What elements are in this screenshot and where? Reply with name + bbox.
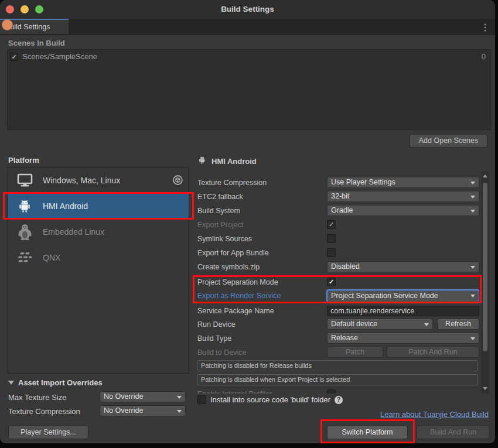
- row-export-render-service: Export as Render Service Project Separat…: [197, 289, 479, 302]
- asset-import-overrides-header[interactable]: Asset Import Overrides: [18, 378, 103, 387]
- platform-item-hmi-android[interactable]: HMI Android: [8, 193, 189, 219]
- help-icon[interactable]: ?: [335, 396, 343, 404]
- row-etc2-fallback: ETC2 fallback 32-bit: [197, 191, 479, 202]
- row-texture-compression: Texture Compression Use Player Settings: [197, 177, 479, 188]
- scroll-down-icon[interactable]: [483, 387, 487, 390]
- build-settings-window: Build Settings Build Settings ⋮ Scenes I…: [0, 0, 495, 443]
- scene-name: Scenes/SampleScene: [22, 52, 97, 61]
- setting-label: Service Package Name: [197, 307, 274, 315]
- window-title: Build Settings: [0, 0, 495, 19]
- help-box-export-project: Patching is disabled when Export Project…: [197, 374, 478, 385]
- player-settings-button[interactable]: Player Settings...: [8, 426, 88, 439]
- create-symbols-dropdown[interactable]: Disabled: [327, 261, 479, 272]
- project-separation-mode-checkbox[interactable]: ✓: [327, 278, 336, 286]
- help-box-release: Patching is disabled for Release builds: [197, 360, 478, 371]
- unity-installed-badge-icon: [173, 175, 183, 187]
- platform-item-windows-mac-linux[interactable]: Windows, Mac, Linux: [8, 167, 189, 193]
- service-package-name-input[interactable]: [327, 306, 479, 316]
- platform-label: QNX: [43, 253, 60, 262]
- check-icon: ✓: [329, 221, 334, 228]
- scene-checkbox[interactable]: ✓: [10, 53, 18, 61]
- add-open-scenes-button[interactable]: Add Open Scenes: [410, 134, 487, 148]
- check-icon: ✓: [329, 278, 334, 285]
- settings-scrollbar[interactable]: [481, 171, 489, 394]
- row-export-project: Export Project ✓: [197, 219, 479, 230]
- setting-label: Symlink Sources: [197, 235, 252, 243]
- texture-compression-override-label: Texture Compression: [8, 407, 80, 416]
- setting-label: Create symbols.zip: [197, 263, 260, 271]
- patch-button[interactable]: Patch: [327, 347, 383, 358]
- platform-label: Embedded Linux: [43, 227, 104, 237]
- row-service-package-name: Service Package Name: [197, 305, 479, 316]
- build-system-dropdown[interactable]: Gradle: [327, 205, 479, 216]
- max-texture-size-label: Max Texture Size: [8, 393, 66, 402]
- row-run-device: Run Device Default device Refresh: [197, 319, 479, 330]
- texture-compression-dropdown[interactable]: Use Player Settings: [327, 177, 479, 188]
- enable-internal-profiler-checkbox[interactable]: [327, 389, 336, 394]
- settings-panel-title: HMI Android: [212, 157, 257, 166]
- install-build-folder-label: Install into source code 'build' folder: [210, 395, 330, 404]
- tab-strip: Build Settings ⋮: [0, 19, 495, 35]
- row-build-system: Build System Gradle: [197, 205, 479, 216]
- android-icon: [197, 155, 207, 167]
- setting-label: Project Separation Mode: [197, 278, 278, 286]
- row-build-to-device: Build to Device Patch Patch And Run: [197, 347, 479, 358]
- render-service-mode-dropdown[interactable]: Project Separation Service Mode: [327, 290, 479, 302]
- run-device-dropdown[interactable]: Default device: [327, 319, 433, 330]
- platform-label: Windows, Mac, Linux: [43, 176, 120, 185]
- scene-row[interactable]: ✓ Scenes/SampleScene 0: [8, 50, 490, 63]
- patch-and-run-button[interactable]: Patch And Run: [387, 347, 479, 358]
- window-menu-icon[interactable]: ⋮: [480, 20, 489, 35]
- click-marker: [2, 19, 13, 30]
- export-app-bundle-checkbox[interactable]: [327, 248, 336, 257]
- penguin-icon: [15, 224, 35, 240]
- settings-scroll-area: Texture Compression Use Player Settings …: [197, 171, 479, 394]
- row-enable-internal-profiler: Enable Internal Profiler: [197, 388, 479, 394]
- setting-label-link[interactable]: Export as Render Service: [197, 292, 281, 300]
- texture-compression-override-dropdown[interactable]: No Override: [100, 405, 186, 416]
- row-create-symbols: Create symbols.zip Disabled: [197, 261, 479, 272]
- title-bar: Build Settings: [0, 0, 495, 19]
- platform-label: HMI Android: [43, 201, 88, 211]
- check-icon: ✓: [11, 53, 16, 60]
- blackberry-qnx-icon: [15, 252, 35, 264]
- scenes-list[interactable]: ✓ Scenes/SampleScene 0: [7, 49, 491, 130]
- build-type-dropdown[interactable]: Release: [327, 333, 479, 344]
- selected-platform-header: HMI Android: [197, 155, 257, 167]
- scroll-up-icon[interactable]: [483, 175, 487, 177]
- setting-label: ETC2 fallback: [197, 193, 243, 201]
- setting-label: Build to Device: [197, 348, 246, 357]
- install-build-folder-checkbox[interactable]: [197, 395, 206, 404]
- setting-label: Run Device: [197, 320, 236, 329]
- foldout-triangle-icon[interactable]: [8, 381, 14, 385]
- setting-label: Build System: [197, 207, 240, 215]
- export-project-checkbox[interactable]: ✓: [327, 220, 336, 229]
- max-texture-size-dropdown[interactable]: No Override: [100, 391, 186, 402]
- scene-build-index: 0: [482, 52, 487, 61]
- row-project-separation-mode: Project Separation Mode ✓: [197, 276, 479, 288]
- platform-header: Platform: [8, 156, 39, 165]
- setting-label: Export Project: [197, 221, 244, 229]
- row-export-app-bundle: Export for App Bundle: [197, 247, 479, 258]
- platform-item-embedded-linux[interactable]: Embedded Linux: [8, 219, 189, 245]
- platform-item-qnx[interactable]: QNX: [8, 245, 189, 271]
- scrollbar-thumb[interactable]: [483, 183, 487, 351]
- platform-list: Windows, Mac, Linux: [7, 167, 189, 374]
- row-build-type: Build Type Release: [197, 333, 479, 344]
- symlink-sources-checkbox[interactable]: [327, 234, 336, 243]
- etc2-fallback-dropdown[interactable]: 32-bit: [327, 191, 479, 202]
- tuanjie-cloud-build-link[interactable]: Learn about Tuanjie Cloud Build: [380, 410, 489, 419]
- build-and-run-button[interactable]: Build And Run: [417, 426, 490, 439]
- refresh-button[interactable]: Refresh: [437, 319, 479, 330]
- row-install-into-build-folder: Install into source code 'build' folder …: [197, 395, 343, 404]
- scenes-in-build-header: Scenes In Build: [8, 39, 65, 47]
- android-icon: [15, 198, 35, 214]
- switch-platform-button[interactable]: Switch Platform: [327, 426, 408, 439]
- setting-label: Build Type: [197, 334, 231, 343]
- row-symlink-sources: Symlink Sources: [197, 233, 479, 244]
- monitor-icon: [15, 173, 35, 187]
- setting-label: Export for App Bundle: [197, 249, 269, 257]
- setting-label: Texture Compression: [197, 179, 267, 187]
- setting-label: Enable Internal Profiler: [197, 390, 272, 394]
